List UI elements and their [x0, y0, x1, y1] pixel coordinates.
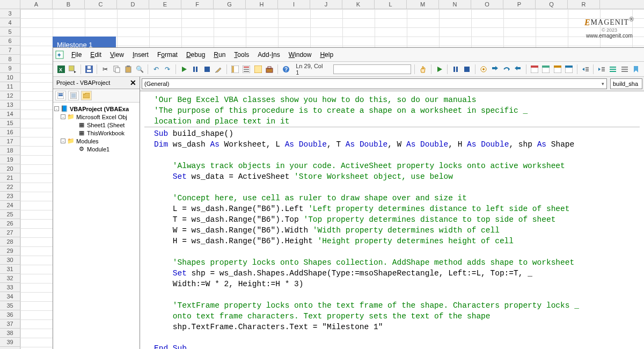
indent-icon[interactable] [597, 64, 606, 74]
run-icon[interactable] [179, 64, 188, 74]
menu-file[interactable]: File [67, 50, 86, 60]
col-header[interactable]: K [342, 0, 375, 9]
menu-edit[interactable]: Edit [86, 50, 106, 60]
code-editor[interactable]: 'Our Beg Excel VBA classes show you how … [140, 91, 644, 349]
toggle-folders-icon[interactable] [81, 91, 92, 100]
folder-modules[interactable]: Modules [76, 138, 99, 144]
play-icon[interactable] [435, 64, 444, 74]
row-header[interactable]: 13 [0, 100, 20, 110]
row-header[interactable]: 12 [0, 91, 20, 100]
row-header[interactable]: 37 [0, 319, 20, 329]
menu-format[interactable]: Format [153, 50, 182, 60]
col-header[interactable]: P [503, 0, 536, 9]
select-all-cell[interactable] [0, 0, 20, 9]
toolbox-icon[interactable] [265, 64, 274, 74]
menu-view[interactable]: View [106, 50, 128, 60]
row-header[interactable]: 39 [0, 338, 20, 347]
row-header[interactable]: 6 [0, 37, 20, 46]
row-header[interactable]: 22 [0, 183, 20, 192]
row-header[interactable]: 31 [0, 265, 20, 274]
copy-icon[interactable] [112, 64, 121, 74]
row-header[interactable]: 32 [0, 274, 20, 283]
cut-icon[interactable]: ✂ [100, 64, 109, 74]
view-object-icon[interactable] [68, 91, 79, 100]
row-header[interactable]: 18 [0, 146, 20, 155]
col-header[interactable]: A [20, 0, 53, 9]
tree-sheet1[interactable]: Sheet1 (Sheet [87, 122, 125, 128]
row-header[interactable]: 24 [0, 201, 20, 210]
row-header[interactable]: 7 [0, 46, 20, 55]
row-header[interactable]: 14 [0, 110, 20, 119]
step-over-icon[interactable] [502, 64, 511, 74]
object-dropdown[interactable]: (General)▾ [142, 78, 607, 89]
menu-debug[interactable]: Debug [182, 50, 209, 60]
step-into-icon[interactable] [491, 64, 500, 74]
immediate-window-icon[interactable] [541, 64, 550, 74]
col-header[interactable]: G [214, 0, 246, 9]
project-tree[interactable]: -📘VBAProject (VBAExa -📁Microsoft Excel O… [53, 103, 140, 155]
col-header[interactable]: E [149, 0, 181, 9]
row-header[interactable]: 3 [0, 9, 20, 18]
reset-icon[interactable] [202, 64, 211, 74]
col-header[interactable]: H [246, 0, 278, 9]
row-header[interactable]: 21 [0, 173, 20, 183]
menu-tools[interactable]: Tools [230, 50, 253, 60]
properties-icon[interactable] [241, 64, 251, 74]
bookmark-icon[interactable] [632, 64, 641, 74]
hand-icon[interactable] [418, 64, 427, 74]
col-header[interactable]: I [278, 0, 310, 9]
menu-window[interactable]: Window [284, 50, 316, 60]
watch-window-icon[interactable] [553, 64, 562, 74]
col-header[interactable]: R [568, 0, 600, 9]
pause-icon[interactable] [451, 64, 460, 74]
outdent-icon[interactable] [581, 64, 590, 74]
undo-icon[interactable]: ↶ [151, 64, 160, 74]
procedure-selector[interactable] [333, 64, 412, 74]
uncomment-block-icon[interactable] [620, 64, 629, 74]
row-header[interactable]: 27 [0, 228, 20, 237]
row-header[interactable]: 19 [0, 155, 20, 164]
col-header[interactable]: B [53, 0, 85, 9]
callstack-window-icon[interactable] [564, 64, 573, 74]
row-header[interactable]: 33 [0, 283, 20, 292]
col-header[interactable]: F [181, 0, 214, 9]
row-header[interactable]: 25 [0, 210, 20, 219]
save-icon[interactable] [84, 64, 93, 74]
row-header[interactable]: 8 [0, 55, 20, 64]
locals-window-icon[interactable] [530, 64, 539, 74]
row-header[interactable]: 28 [0, 237, 20, 246]
col-header[interactable]: M [407, 0, 439, 9]
row-header[interactable]: 34 [0, 292, 20, 301]
object-browser-icon[interactable] [253, 64, 262, 74]
menu-help[interactable]: Help [316, 50, 338, 60]
view-code-icon[interactable] [55, 91, 66, 100]
menu-add-ins[interactable]: Add-Ins [253, 50, 284, 60]
break-icon[interactable] [191, 64, 200, 74]
expander-icon[interactable]: - [61, 114, 65, 119]
procedure-dropdown[interactable]: build_sha [610, 78, 642, 89]
row-header[interactable]: 16 [0, 128, 20, 137]
row-header[interactable]: 35 [0, 301, 20, 310]
col-header[interactable]: N [439, 0, 471, 9]
col-header[interactable]: L [375, 0, 407, 9]
design-mode-icon[interactable] [214, 64, 223, 74]
expander-icon[interactable]: - [61, 139, 65, 143]
redo-icon[interactable]: ↷ [163, 64, 172, 74]
stop-icon[interactable] [463, 64, 472, 74]
row-header[interactable]: 5 [0, 27, 20, 37]
expander-icon[interactable]: - [54, 106, 59, 111]
comment-block-icon[interactable] [609, 64, 618, 74]
toggle-breakpoint-icon[interactable] [479, 64, 488, 74]
project-root[interactable]: VBAProject (VBAExa [70, 106, 129, 112]
menu-run[interactable]: Run [209, 50, 230, 60]
row-header[interactable]: 11 [0, 82, 20, 91]
excel-icon[interactable]: X [56, 64, 65, 74]
row-header[interactable]: 9 [0, 64, 20, 73]
row-header[interactable]: 10 [0, 73, 20, 82]
menu-insert[interactable]: Insert [128, 50, 153, 60]
insert-dropdown-icon[interactable] [68, 64, 77, 74]
row-header[interactable]: 26 [0, 219, 20, 228]
col-header[interactable]: O [471, 0, 503, 9]
row-header[interactable]: 15 [0, 119, 20, 128]
find-icon[interactable]: 🔍 [135, 64, 144, 74]
